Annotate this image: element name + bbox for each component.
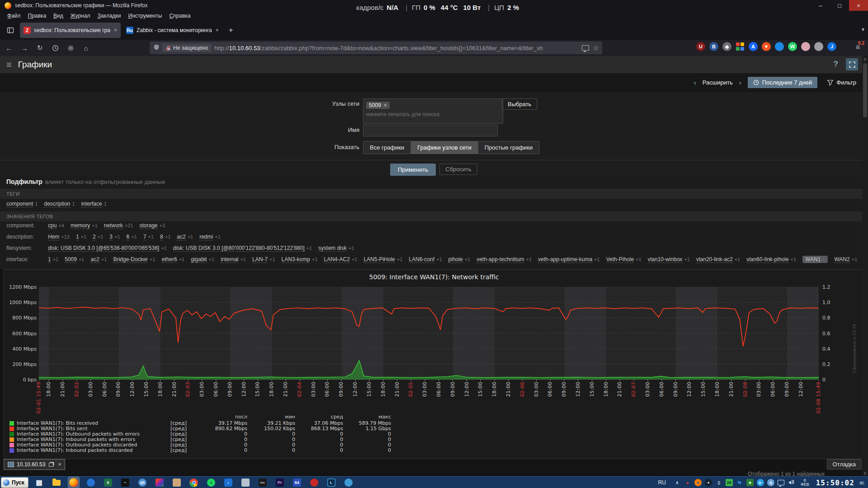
tracking-shield-icon[interactable]	[153, 44, 160, 52]
eye-icon[interactable]: ●	[694, 479, 702, 486]
subfilter-tag-description[interactable]: description	[44, 201, 71, 207]
blue-ext-icon[interactable]	[775, 42, 784, 51]
qbittorrent-tray-icon[interactable]: q	[767, 479, 774, 486]
tag-value-link[interactable]: pihole	[448, 256, 463, 263]
taskbar-app-emulator-64[interactable]: 64	[292, 477, 302, 488]
taskbar-app-live-app[interactable]: live	[257, 477, 268, 488]
tag-value-link[interactable]: 8	[160, 234, 163, 240]
tray-expand-icon[interactable]: ∧	[674, 479, 681, 486]
tag-value-link[interactable]: LAN3-komp	[282, 256, 310, 263]
tag-value-link[interactable]: vlan20-link-ac2	[696, 256, 733, 263]
password-manager-icon[interactable]: B	[709, 42, 718, 51]
taskbar-app-spotify[interactable]: ≡	[206, 477, 217, 488]
sync-icon[interactable]: ⇆	[736, 479, 743, 486]
menu-item-файл[interactable]: Файл	[4, 12, 24, 20]
taskbar-app-chrome[interactable]	[189, 477, 199, 488]
plot-area[interactable]	[39, 287, 819, 384]
tag-value-link[interactable]: 5009	[65, 256, 77, 263]
debug-button[interactable]: Отладка	[827, 459, 862, 469]
filter-tab[interactable]: Фильтр	[822, 77, 862, 88]
time-range-button[interactable]: Последние 7 дней	[748, 77, 818, 88]
scrollbar-up-icon[interactable]: ∧	[862, 57, 868, 61]
tag-value-link[interactable]: LAN6-conf	[409, 256, 434, 263]
extension-puzzle-icon[interactable]: ◆	[722, 42, 731, 51]
telegram-icon[interactable]: ▸	[757, 479, 764, 486]
menu-item-правка[interactable]: Правка	[24, 12, 50, 20]
tag-value-link[interactable]: ac2	[177, 234, 185, 240]
steam-icon[interactable]: ●	[705, 479, 712, 486]
select-host-button[interactable]: Выбрать	[502, 99, 537, 110]
translate-icon[interactable]: A	[749, 42, 758, 51]
language-indicator[interactable]: RU	[658, 479, 666, 486]
menu-item-журнал[interactable]: Журнал	[67, 12, 94, 20]
tag-value-link[interactable]: vlan60-link-pihole	[746, 256, 788, 263]
show-option-2[interactable]: Простые графики	[478, 141, 540, 154]
chip-remove-icon[interactable]: ×	[384, 102, 387, 108]
taskbar-app-qbittorrent[interactable]: qb	[137, 477, 148, 488]
tag-value-link[interactable]: LAN-7	[252, 256, 268, 263]
tag-value-link[interactable]: 2	[93, 234, 96, 240]
gear-icon[interactable]	[64, 42, 77, 54]
calendar-icon[interactable]: 26	[726, 479, 733, 486]
tag-value-link[interactable]: internal	[221, 256, 238, 263]
tag-value-link[interactable]: memory	[71, 222, 90, 229]
popup-duplicate-icon[interactable]	[49, 463, 53, 467]
joplin-icon[interactable]: J	[827, 42, 836, 51]
tag-value-link[interactable]: cpu	[48, 222, 57, 229]
tag-value-link[interactable]: gigabit	[191, 256, 207, 263]
forward-icon[interactable]: →	[18, 42, 31, 54]
show-option-1[interactable]: Графики узлов сети	[411, 141, 478, 154]
security-badge[interactable]: Не защищено	[162, 44, 212, 52]
zabbix-sidebar-toggle-icon[interactable]: ≡	[6, 60, 12, 70]
tag-value-link[interactable]: storage	[140, 222, 158, 229]
tag-value-link[interactable]: 1	[48, 256, 51, 263]
reload-icon[interactable]: ↻	[33, 42, 46, 54]
tag-value-link[interactable]: Veth-Pihole	[606, 256, 634, 263]
taskbar-app-beige-app[interactable]	[171, 477, 182, 488]
taskbar-app-blue-orb-app[interactable]	[343, 477, 354, 488]
display-icon[interactable]	[778, 480, 784, 485]
taskbar-app-firefox[interactable]	[68, 477, 79, 488]
taskbar-app-photos[interactable]	[154, 477, 165, 488]
start-button[interactable]: Пуск	[1, 477, 28, 488]
taskbar-app-excel[interactable]: X	[103, 477, 113, 488]
whatsapp-icon[interactable]: W	[788, 42, 797, 51]
tag-value-link[interactable]: network	[104, 222, 123, 229]
zoom-out-button[interactable]: Расширить	[703, 79, 733, 86]
volume-icon[interactable]	[788, 479, 795, 486]
scrollbar-thumb[interactable]	[863, 63, 867, 117]
bookmark-star-icon[interactable]: ☆	[593, 44, 599, 52]
taskbar-app-red-app[interactable]	[309, 477, 320, 488]
host-popup[interactable]: 10.10.60.53 ×	[4, 459, 65, 470]
menu-item-вид[interactable]: Вид	[50, 12, 67, 20]
tag-value-link[interactable]: 6	[127, 234, 130, 240]
taskbar-app-notes-app[interactable]: L	[326, 477, 337, 488]
scrollbar-down-icon[interactable]: ∨	[862, 471, 868, 475]
antivirus-icon[interactable]: ☻	[746, 479, 754, 486]
reset-button[interactable]: Сбросить	[439, 164, 477, 175]
url-bar[interactable]: Не защищено http://10.10.60.53/zabbix/za…	[150, 42, 602, 54]
tag-value-link[interactable]: ether6	[162, 256, 177, 263]
tag-value-link[interactable]: 3	[109, 234, 113, 240]
tag-value-link[interactable]: Нет	[48, 234, 59, 240]
popup-close-icon[interactable]: ×	[58, 461, 61, 468]
taskbar-app-dark-audio-app[interactable]: ~	[120, 477, 131, 488]
menu-item-справка[interactable]: Справка	[165, 12, 194, 20]
gray-ext-icon[interactable]	[814, 42, 823, 51]
kiosk-mode-button[interactable]	[846, 58, 858, 70]
usb-icon[interactable]: ▯	[715, 479, 722, 486]
tag-value-link[interactable]: veth-app-uptime-kuma	[538, 256, 592, 263]
taskbar-app-thunderbird[interactable]	[85, 477, 96, 488]
tag-value-link[interactable]: disk: USB DISK 3.0 [@80'000'122'880-80'5…	[173, 245, 305, 252]
tag-value-link[interactable]: disk: USB DISK 3.0 [@65'536-80'000'065'5…	[48, 245, 159, 252]
host-chip[interactable]: 5009×	[366, 102, 390, 109]
menu-item-закладки[interactable]: Закладки	[94, 12, 125, 20]
hosts-multiselect[interactable]: 5009× начните печатать для поиска	[363, 99, 503, 124]
tag-value-link[interactable]: ac2	[90, 256, 99, 263]
apply-button[interactable]: Применить	[390, 164, 436, 176]
pink-ext-icon[interactable]	[801, 42, 810, 51]
new-tab-button[interactable]: +	[224, 26, 238, 35]
downloader-icon[interactable]: ▼	[762, 42, 771, 51]
taskbar-app-gray-app[interactable]	[240, 477, 251, 488]
taskbar-app-task-view[interactable]: ▦	[34, 477, 45, 488]
